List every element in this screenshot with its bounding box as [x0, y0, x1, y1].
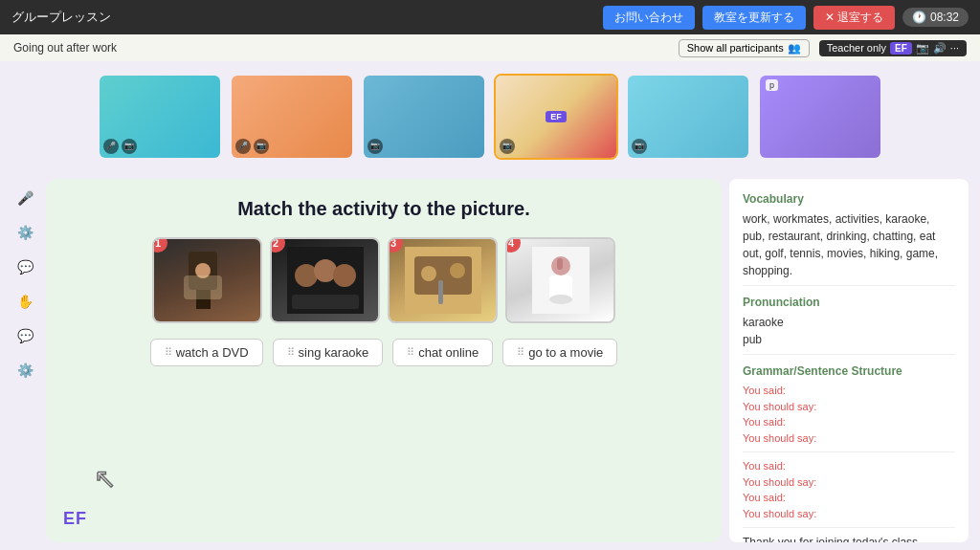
svg-rect-17 [557, 258, 563, 270]
timer-badge: 🕐 08:32 [902, 8, 969, 27]
sidebar-mic-icon[interactable]: 🎤 [13, 187, 36, 209]
activity-label-3[interactable]: chat online [392, 339, 493, 366]
svg-point-11 [421, 266, 436, 281]
vocabulary-title: Vocabulary [743, 190, 955, 208]
main-content: 🎤 ⚙️ 💬 ✋ 💬 ⚙️ Match the activity to the … [0, 171, 980, 550]
sidebar-gear-icon[interactable]: ⚙️ [13, 359, 36, 382]
mic-icon: 🔊 [933, 42, 947, 55]
you-said-3: You said: [743, 458, 955, 474]
svg-point-5 [295, 264, 318, 287]
lesson-subtitle: Going out after work [13, 41, 117, 55]
photo-card-2: 2 [270, 237, 380, 323]
svg-rect-3 [184, 275, 222, 299]
thumbnail-3[interactable]: 📷 [362, 74, 486, 160]
cam-icon-t4: 📷 [500, 139, 515, 154]
photos-row: 1 2 [69, 237, 699, 323]
thumbnails-row: 🎤 📷 🎤 📷 📷 EF 📷 📷 [0, 61, 980, 171]
grammar-title: Grammar/Sentence Structure [743, 363, 955, 380]
activity-label-2[interactable]: sing karaoke [273, 339, 384, 366]
svg-rect-13 [438, 280, 443, 304]
thumbnail-5[interactable]: 📷 [626, 74, 750, 160]
more-icon: ··· [950, 42, 959, 54]
svg-rect-8 [292, 295, 359, 309]
svg-point-12 [450, 263, 465, 278]
pronunciation-words: karaoke pub [743, 314, 955, 348]
thumbnail-1[interactable]: 🎤 📷 [98, 74, 222, 160]
vocabulary-text: work, workmates, activities, karaoke, pu… [743, 210, 955, 279]
you-should-say-4: You should say: [743, 506, 955, 522]
update-classroom-button[interactable]: 教室を更新する [702, 6, 806, 30]
mic-icon-t1: 🎤 [103, 139, 119, 154]
topbar-buttons: お問い合わせ 教室を更新する ✕ 退室する 🕐 08:32 [603, 6, 969, 30]
activity-labels: watch a DVD sing karaoke chat online go … [69, 339, 699, 366]
camera-icon: 📷 [916, 42, 929, 55]
activity-label-1[interactable]: watch a DVD [150, 339, 263, 366]
lesson-area: Match the activity to the picture. 1 2 [46, 179, 722, 542]
thumbnail-2[interactable]: 🎤 📷 [230, 74, 354, 160]
cam-icon-t3: 📷 [368, 139, 383, 154]
you-should-say-3: You should say: [743, 474, 955, 491]
p-thumb-label: p [766, 79, 778, 91]
ef-badge-small: EF [890, 42, 912, 55]
participants-icon: 👥 [788, 42, 801, 55]
svg-point-6 [314, 259, 337, 282]
sidebar-chat-icon[interactable]: 💬 [13, 255, 36, 278]
you-should-say-1: You should say: [743, 399, 955, 415]
said-block-4: You said: You should say: [743, 490, 955, 521]
timer-value: 08:32 [930, 11, 959, 24]
you-said-2: You said: [743, 414, 955, 430]
sidebar-settings-icon[interactable]: ⚙️ [13, 221, 36, 244]
photo-image-3 [390, 239, 496, 321]
svg-point-18 [549, 295, 572, 304]
exit-button[interactable]: ✕ 退室する [813, 6, 895, 30]
thumbnail-4-active[interactable]: EF 📷 [494, 74, 618, 160]
photo-image-2 [272, 239, 378, 321]
divider-1 [743, 285, 955, 286]
cam-icon-t5: 📷 [632, 139, 647, 154]
divider-2 [743, 354, 955, 355]
clock-icon: 🕐 [912, 11, 926, 24]
you-said-1: You said: [743, 383, 955, 399]
divider-4 [743, 527, 955, 528]
cam-icon-t1: 📷 [122, 139, 137, 154]
ef-thumb-label: EF [546, 111, 567, 122]
photo-card-4: 4 [505, 237, 615, 323]
lesson-title: Match the activity to the picture. [69, 198, 699, 220]
photo-image-1 [154, 239, 260, 321]
you-should-say-2: You should say: [743, 430, 955, 447]
thumbnail-6[interactable]: p [758, 74, 882, 160]
svg-point-7 [333, 264, 356, 287]
said-block-2: You said: You should say: [743, 414, 955, 446]
you-said-4: You said: [743, 490, 955, 506]
said-block-1: You said: You should say: [743, 383, 955, 414]
ef-logo: EF [63, 509, 87, 529]
said-block-3: You said: You should say: [743, 458, 955, 490]
teacher-only-badge: Teacher only EF 📷 🔊 ··· [819, 40, 967, 56]
pronunciation-title: Pronunciation [743, 294, 955, 311]
closing-text: Thank you for joining today's class If y… [743, 534, 955, 542]
subtitle-right: Show all participants 👥 Teacher only EF … [679, 39, 967, 57]
show-participants-button[interactable]: Show all participants 👥 [679, 39, 810, 57]
cursor-arrow: ↖ [94, 463, 116, 495]
divider-3 [743, 451, 955, 452]
participants-label: Show all participants [687, 42, 784, 54]
subtitle-bar: Going out after work Show all participan… [0, 34, 980, 61]
left-sidebar: 🎤 ⚙️ 💬 ✋ 💬 ⚙️ [11, 179, 38, 542]
inquiry-button[interactable]: お問い合わせ [603, 6, 695, 30]
activity-label-4[interactable]: go to a movie [502, 339, 617, 366]
cam-icon-t2: 📷 [254, 139, 269, 154]
mic-icon-t2: 🎤 [235, 139, 251, 154]
top-bar: グループレッスン お問い合わせ 教室を更新する ✕ 退室する 🕐 08:32 [0, 0, 980, 34]
photo-image-4 [507, 239, 613, 321]
exit-icon: ✕ [825, 11, 835, 24]
right-panel: Vocabulary work, workmates, activities, … [729, 179, 969, 542]
sidebar-hand-icon[interactable]: ✋ [13, 290, 36, 313]
photo-card-1: 1 [152, 237, 262, 323]
photo-card-3: 3 [388, 237, 498, 323]
topbar-title: グループレッスン [11, 9, 111, 26]
sidebar-comment-icon[interactable]: 💬 [13, 324, 36, 347]
